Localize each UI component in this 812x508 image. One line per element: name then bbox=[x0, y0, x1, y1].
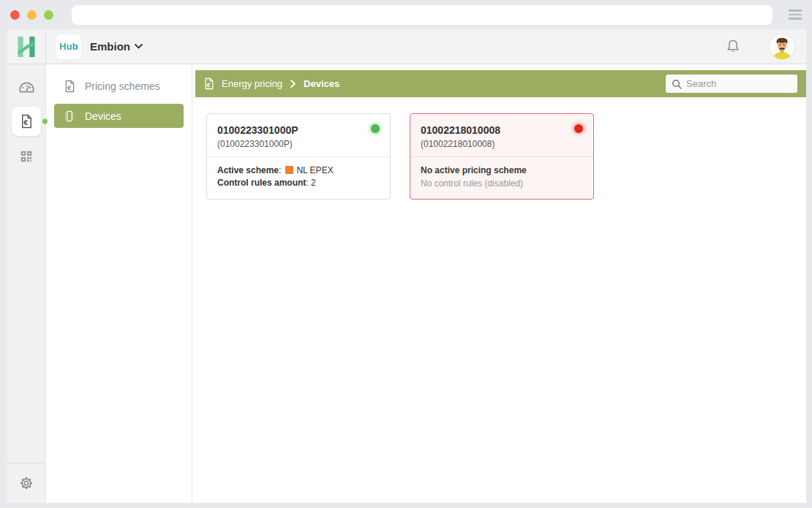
sidebar: € Pricing schemes Devices bbox=[46, 64, 192, 503]
control-rules-value: 2 bbox=[311, 178, 316, 188]
device-card-online[interactable]: 0100223301000P (0100223301000P) Active s… bbox=[206, 113, 391, 200]
gauge-icon bbox=[18, 80, 35, 94]
device-card-error[interactable]: 01002218010008 (01002218010008) No activ… bbox=[410, 113, 594, 200]
breadcrumb-energy-pricing[interactable]: Energy pricing bbox=[222, 78, 282, 89]
control-rules-label: Control rules amount bbox=[217, 178, 306, 188]
window-controls bbox=[10, 10, 53, 20]
rail-active-indicator: € bbox=[12, 107, 41, 136]
sidebar-item-pricing-schemes[interactable]: € Pricing schemes bbox=[46, 73, 192, 99]
no-scheme-message: No active pricing scheme bbox=[421, 164, 583, 177]
user-avatar[interactable] bbox=[770, 34, 794, 59]
browser-menu-icon[interactable] bbox=[789, 10, 802, 20]
device-title: 01002218010008 bbox=[421, 124, 583, 136]
grid-icon bbox=[20, 150, 33, 163]
sidebar-item-devices[interactable]: Devices bbox=[54, 104, 184, 128]
status-dot-online bbox=[371, 124, 380, 133]
hub-badge-label: Hub bbox=[59, 41, 78, 52]
rail-notification-dot bbox=[42, 119, 48, 124]
app-header: Hub Embion bbox=[7, 29, 806, 64]
svg-text:€: € bbox=[206, 83, 211, 88]
device-title: 0100223301000P bbox=[217, 124, 380, 136]
pricing-document-icon: € bbox=[204, 77, 214, 90]
chevron-right-icon bbox=[290, 80, 296, 88]
main-content: € Energy pricing Devices bbox=[192, 64, 806, 503]
rail-item-modules[interactable] bbox=[7, 139, 45, 174]
active-scheme-row: Active scheme:NL EPEX bbox=[217, 164, 380, 177]
control-rules-row: Control rules amount: 2 bbox=[217, 177, 380, 189]
card-divider bbox=[207, 156, 390, 157]
status-dot-error bbox=[574, 124, 583, 133]
no-rules-message: No control rules (disabled) bbox=[421, 177, 583, 190]
app-window: Hub Embion bbox=[7, 29, 806, 503]
address-bar[interactable] bbox=[72, 5, 772, 25]
active-scheme-label: Active scheme bbox=[217, 165, 279, 175]
h-logo-icon bbox=[16, 36, 37, 58]
sidebar-item-label: Pricing schemes bbox=[85, 80, 160, 92]
rail-item-energy-pricing[interactable]: € bbox=[7, 104, 45, 139]
sidebar-item-label: Devices bbox=[85, 110, 121, 122]
search-input[interactable] bbox=[686, 78, 789, 89]
app-logo[interactable] bbox=[7, 29, 46, 64]
window-frame: Hub Embion bbox=[0, 29, 812, 508]
device-subtitle: (01002218010008) bbox=[421, 139, 583, 149]
organization-name: Embion bbox=[90, 40, 130, 53]
search-box[interactable] bbox=[666, 75, 797, 93]
rail-item-settings[interactable] bbox=[7, 463, 45, 503]
breadcrumb-devices[interactable]: Devices bbox=[304, 78, 339, 89]
pricing-document-icon: € bbox=[64, 80, 75, 93]
minimize-window-button[interactable] bbox=[27, 10, 37, 20]
svg-text:€: € bbox=[23, 119, 28, 126]
zoom-window-button[interactable] bbox=[44, 10, 53, 20]
close-window-button[interactable] bbox=[10, 10, 20, 20]
card-divider bbox=[410, 156, 593, 157]
hub-badge: Hub bbox=[56, 34, 81, 59]
device-subtitle: (0100223301000P) bbox=[217, 139, 380, 149]
scheme-color-swatch bbox=[285, 166, 293, 174]
active-scheme-value: NL EPEX bbox=[296, 165, 333, 175]
search-icon bbox=[672, 79, 682, 89]
pricing-document-icon: € bbox=[20, 114, 33, 129]
breadcrumb-bar: € Energy pricing Devices bbox=[195, 70, 806, 97]
notifications-bell-icon[interactable] bbox=[726, 39, 740, 54]
gear-icon bbox=[19, 476, 34, 490]
chip-icon bbox=[64, 110, 75, 123]
chevron-down-icon bbox=[135, 44, 143, 49]
device-card-list: 0100223301000P (0100223301000P) Active s… bbox=[195, 97, 806, 216]
organization-selector[interactable]: Embion bbox=[90, 40, 143, 53]
svg-text:€: € bbox=[67, 85, 71, 91]
rail-item-dashboard[interactable] bbox=[7, 69, 45, 104]
browser-chrome bbox=[0, 0, 812, 29]
icon-rail: € bbox=[7, 64, 46, 503]
